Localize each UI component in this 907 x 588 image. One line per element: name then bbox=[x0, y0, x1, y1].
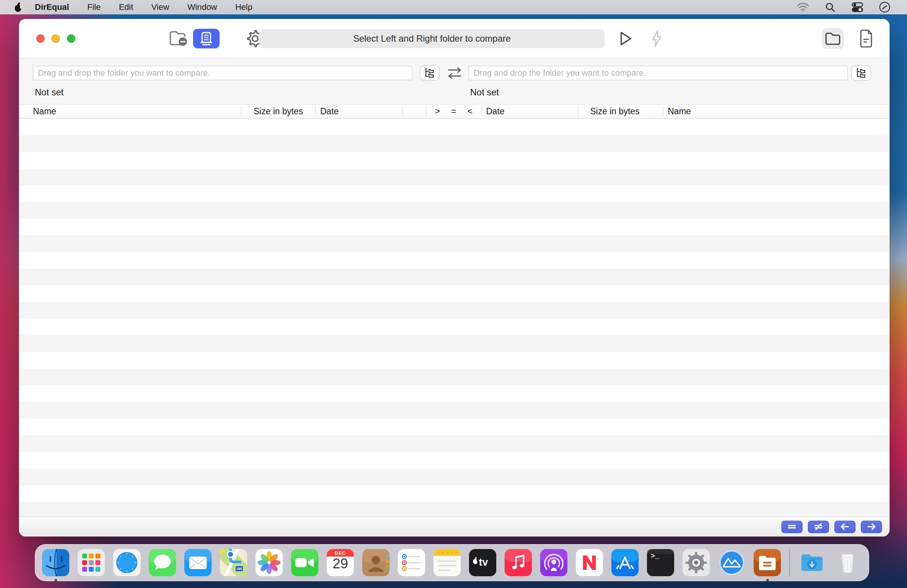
menu-item-view[interactable]: View bbox=[151, 2, 169, 12]
table-row bbox=[19, 419, 889, 435]
calendar-day-label: 29 bbox=[327, 556, 354, 572]
table-row bbox=[19, 119, 889, 136]
menu-item-file[interactable]: File bbox=[87, 2, 100, 12]
running-indicator bbox=[766, 579, 769, 582]
column-header-name-right[interactable]: Name bbox=[663, 104, 889, 118]
dock-direqual-icon[interactable] bbox=[754, 549, 781, 576]
table-row bbox=[19, 335, 889, 352]
compare-view-icon bbox=[199, 31, 214, 46]
table-row bbox=[19, 485, 889, 502]
table-row bbox=[19, 435, 889, 452]
menu-item-help[interactable]: Help bbox=[235, 2, 252, 12]
dock-safari-icon[interactable] bbox=[113, 549, 141, 576]
control-center-icon[interactable] bbox=[851, 2, 864, 13]
compare-status-text: Select Left and Right folder to compare bbox=[353, 33, 511, 44]
table-row bbox=[19, 152, 889, 169]
table-row bbox=[19, 285, 889, 302]
column-header-size-left[interactable]: Size in bytes bbox=[242, 104, 315, 118]
document-icon bbox=[859, 29, 873, 48]
column-header-name-left[interactable]: Name bbox=[19, 104, 241, 118]
menu-item-window[interactable]: Window bbox=[187, 2, 217, 12]
column-header-size-right[interactable]: Size in bytes bbox=[578, 104, 663, 118]
menu-item-edit[interactable]: Edit bbox=[119, 2, 133, 12]
table-row bbox=[19, 385, 889, 402]
dock-news-icon[interactable] bbox=[576, 549, 603, 576]
terminal-prompt-label: >_ bbox=[651, 552, 659, 560]
left-folder-browse-button[interactable] bbox=[420, 66, 439, 81]
arrow-left-icon bbox=[840, 523, 850, 530]
clock-icon[interactable] bbox=[878, 2, 891, 13]
dock-separator bbox=[789, 549, 790, 577]
menu-app-name[interactable]: DirEqual bbox=[35, 2, 69, 12]
search-icon[interactable] bbox=[824, 2, 836, 13]
dock-apple-tv-icon[interactable]: tv bbox=[469, 549, 496, 576]
dock-app-store-icon[interactable] bbox=[611, 549, 639, 576]
calendar-month-label: DEC bbox=[327, 550, 354, 556]
dock-reminders-icon[interactable] bbox=[398, 549, 425, 576]
show-equal-button[interactable] bbox=[781, 521, 803, 533]
dock-facetime-icon[interactable] bbox=[291, 549, 318, 576]
dock-maps-icon[interactable]: 280 bbox=[220, 549, 247, 576]
dock-notes-icon[interactable] bbox=[433, 549, 461, 576]
run-compare-button[interactable] bbox=[616, 29, 635, 48]
compare-less-label: < bbox=[468, 106, 473, 117]
table-row bbox=[19, 302, 889, 319]
compare-view-button[interactable] bbox=[193, 29, 220, 48]
apple-menu-icon[interactable] bbox=[14, 2, 24, 13]
table-row bbox=[19, 352, 889, 369]
dock-music-icon[interactable] bbox=[505, 549, 532, 576]
equal-icon bbox=[787, 523, 797, 530]
table-row bbox=[19, 369, 889, 385]
dock-app-cleaner-icon[interactable] bbox=[718, 549, 745, 576]
direqual-window: Select Left and Right folder to compare bbox=[19, 19, 889, 537]
play-icon bbox=[619, 30, 633, 46]
dock-contacts-icon[interactable] bbox=[362, 549, 389, 576]
desktop: DirEqual File Edit View Window Help bbox=[0, 0, 907, 588]
right-folder-browse-button[interactable] bbox=[851, 66, 871, 81]
report-button[interactable] bbox=[856, 29, 877, 48]
right-folder-input[interactable] bbox=[469, 66, 848, 80]
dock-calendar-icon[interactable]: DEC 29 bbox=[327, 549, 354, 576]
table-body bbox=[19, 119, 889, 516]
left-folder-input[interactable] bbox=[33, 66, 412, 80]
folder-tree-icon bbox=[856, 68, 867, 78]
folder-icon bbox=[824, 31, 841, 46]
dock-podcasts-icon[interactable] bbox=[540, 549, 567, 576]
dock-downloads-icon[interactable] bbox=[798, 549, 825, 576]
compare-equal-label: = bbox=[451, 106, 456, 117]
wifi-icon[interactable] bbox=[796, 2, 809, 13]
table-row bbox=[19, 202, 889, 219]
quick-compare-button[interactable] bbox=[647, 29, 666, 48]
dock-terminal-icon[interactable]: >_ bbox=[647, 549, 674, 576]
show-not-equal-button[interactable] bbox=[808, 521, 829, 533]
dock-system-preferences-icon[interactable] bbox=[683, 549, 710, 576]
dock-mail-icon[interactable] bbox=[184, 549, 212, 576]
dock-photos-icon[interactable] bbox=[255, 549, 283, 576]
apple-tv-label: tv bbox=[479, 557, 488, 568]
table-row bbox=[19, 169, 889, 185]
zoom-button[interactable] bbox=[67, 34, 75, 43]
remove-folder-button[interactable] bbox=[168, 29, 189, 48]
column-header-compare: > = < bbox=[426, 104, 481, 118]
dock-messages-icon[interactable] bbox=[149, 549, 176, 576]
dock-trash-icon[interactable] bbox=[834, 549, 861, 576]
table-row bbox=[19, 468, 889, 485]
maps-route-shield: 280 bbox=[235, 566, 244, 572]
compare-status-field: Select Left and Right folder to compare bbox=[259, 29, 604, 48]
swap-folders-button[interactable] bbox=[445, 66, 464, 80]
table-row bbox=[19, 136, 889, 152]
column-header-date-left[interactable]: Date bbox=[316, 104, 402, 118]
table-row bbox=[19, 319, 889, 335]
dock-finder-icon[interactable] bbox=[42, 549, 69, 576]
dock-launchpad-icon[interactable] bbox=[78, 549, 105, 576]
copy-right-button[interactable] bbox=[861, 521, 882, 533]
minimize-button[interactable] bbox=[51, 34, 60, 43]
table-row bbox=[19, 402, 889, 419]
open-folder-button[interactable] bbox=[822, 28, 844, 49]
close-button[interactable] bbox=[36, 34, 45, 43]
table-header: Name Size in bytes Date > = < Date Size … bbox=[19, 104, 889, 118]
column-header-date-right[interactable]: Date bbox=[482, 104, 578, 118]
table-row bbox=[19, 268, 889, 285]
copy-left-button[interactable] bbox=[834, 521, 856, 533]
arrow-right-icon bbox=[867, 523, 877, 530]
